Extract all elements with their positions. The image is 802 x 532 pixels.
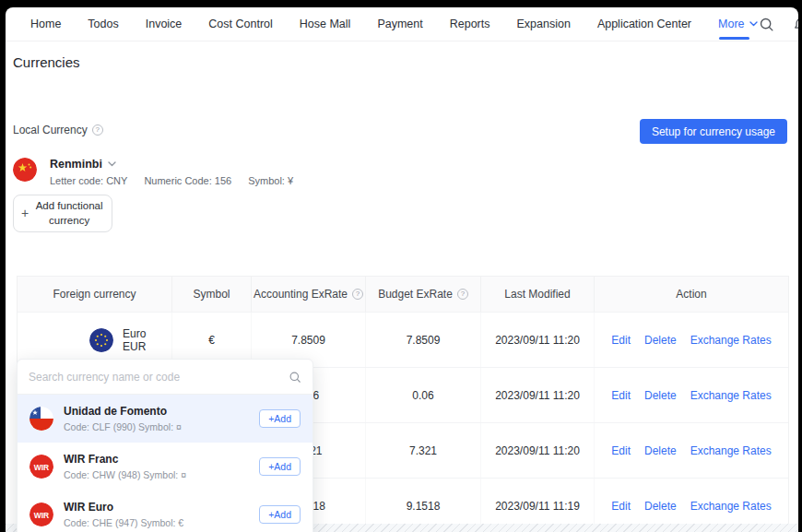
dropdown-item-detail: Code: CHE (947) Symbol: €: [64, 517, 183, 528]
budget-value: 0.06: [412, 389, 433, 402]
delete-link[interactable]: Delete: [644, 500, 677, 513]
delete-link[interactable]: Delete: [644, 444, 677, 457]
action-links: Edit Delete Exchange Rates: [611, 334, 771, 347]
nav-item-hose-mall[interactable]: Hose Mall: [300, 18, 351, 30]
edit-link[interactable]: Edit: [611, 389, 631, 402]
action-links: Edit Delete Exchange Rates: [611, 500, 771, 513]
wir-logo-icon: WIR: [29, 455, 53, 479]
local-currency-label-row: Local Currency ?: [13, 124, 103, 136]
currency-name: Euro EUR: [123, 327, 171, 353]
budget-value: 7.321: [409, 444, 437, 457]
budget-value: 7.8509: [407, 334, 441, 347]
nav-item-cost-control[interactable]: Cost Control: [208, 18, 272, 30]
dropdown-item-unidad-de-fomento[interactable]: Unidad de Fomento Code: CLF (990) Symbol…: [18, 395, 313, 443]
dropdown-item-detail: Code: CLF (990) Symbol: ¤: [64, 421, 182, 432]
currency-search-dropdown: Unidad de Fomento Code: CLF (990) Symbol…: [17, 359, 313, 532]
nav-item-more-label: More: [718, 18, 744, 30]
local-currency-help-icon[interactable]: ?: [92, 124, 103, 136]
nav-item-todos[interactable]: Todos: [88, 18, 118, 30]
cell-action: Edit Delete Exchange Rates: [595, 313, 788, 367]
accounting-exrate-help-icon[interactable]: ?: [352, 289, 363, 300]
add-currency-button[interactable]: +Add: [259, 409, 301, 428]
header-label: Foreign currency: [53, 288, 136, 301]
currency-search-input[interactable]: [29, 371, 289, 384]
dropdown-item-text: Unidad de Fomento Code: CLF (990) Symbol…: [64, 405, 182, 432]
dropdown-item-name: WIR Franc: [64, 453, 186, 466]
header-label: Action: [676, 288, 706, 301]
nav-item-invoice[interactable]: Invoice: [146, 18, 183, 30]
nav-items: Home Todos Invoice Cost Control Hose Mal…: [30, 18, 758, 30]
local-currency-info: Renminbi Letter code: CNY Numeric Code: …: [50, 158, 293, 186]
dropdown-item-wir-euro[interactable]: WIR WIR Euro Code: CHE (947) Symbol: € +…: [18, 491, 313, 532]
nav-item-reports[interactable]: Reports: [450, 18, 490, 30]
add-currency-button[interactable]: +Add: [259, 457, 301, 476]
symbol-value: €: [208, 334, 215, 347]
budget-value: 9.1518: [407, 500, 441, 513]
nav-item-application-center[interactable]: Application Center: [597, 18, 691, 30]
table-header-row: Foreign currency Symbol Accounting ExRat…: [18, 277, 788, 312]
delete-link[interactable]: Delete: [644, 334, 677, 347]
nav-item-payment[interactable]: Payment: [377, 18, 422, 30]
header-label: Symbol: [193, 288, 230, 301]
action-links: Edit Delete Exchange Rates: [611, 444, 771, 457]
nav-item-more[interactable]: More: [718, 18, 757, 30]
header-action: Action: [595, 277, 788, 312]
exchange-rates-link[interactable]: Exchange Rates: [690, 444, 772, 457]
page-title: Currencies: [13, 54, 80, 70]
header-last-modified: Last Modified: [481, 277, 595, 312]
header-accounting-exrate: Accounting ExRate?: [252, 277, 366, 312]
page-content: Currencies Local Currency ? Setup for cu…: [6, 41, 798, 532]
edit-link[interactable]: Edit: [611, 500, 631, 513]
add-currency-button[interactable]: +Add: [259, 505, 301, 524]
svg-text:WIR: WIR: [34, 463, 50, 472]
dropdown-search-row: [18, 360, 313, 395]
add-functional-currency-button[interactable]: + Add functional currency: [13, 195, 112, 232]
add-functional-currency-label: Add functional currency: [34, 199, 104, 228]
header-label: Accounting ExRate: [254, 288, 348, 301]
exchange-rates-link[interactable]: Exchange Rates: [690, 500, 772, 513]
header-label: Budget ExRate: [378, 288, 453, 301]
notifications-bell-icon[interactable]: 16: [792, 15, 798, 33]
search-icon[interactable]: [758, 15, 776, 33]
header-label: Last Modified: [504, 288, 570, 301]
modified-value: 2023/09/11 11:20: [495, 334, 580, 347]
china-flag-icon: [13, 158, 37, 182]
delete-link[interactable]: Delete: [644, 389, 677, 402]
app-window: Home Todos Invoice Cost Control Hose Mal…: [6, 7, 798, 532]
eu-flag-icon: [89, 328, 113, 352]
modified-value: 2023/09/11 11:19: [495, 500, 580, 513]
accounting-value: 7.8509: [291, 334, 325, 347]
setup-currency-usage-button[interactable]: Setup for currency usage: [640, 119, 787, 144]
modified-value: 2023/09/11 11:20: [495, 444, 580, 457]
numeric-code: Numeric Code: 156: [144, 175, 231, 186]
dropdown-item-text: WIR Euro Code: CHE (947) Symbol: €: [64, 501, 183, 528]
currency-symbol: Symbol: ¥: [248, 175, 293, 186]
dropdown-item-name: Unidad de Fomento: [64, 405, 182, 418]
nav-item-home[interactable]: Home: [30, 18, 61, 30]
local-currency-label: Local Currency: [13, 124, 88, 136]
nav-icons: 16 ···: [758, 15, 798, 34]
cell-action: Edit Delete Exchange Rates: [595, 423, 788, 478]
plus-icon: +: [21, 205, 29, 222]
edit-link[interactable]: Edit: [611, 334, 631, 347]
local-currency-name: Renminbi: [50, 158, 102, 171]
edit-link[interactable]: Edit: [611, 444, 631, 457]
exchange-rates-link[interactable]: Exchange Rates: [690, 334, 772, 347]
local-currency-name-row[interactable]: Renminbi: [50, 158, 293, 171]
cell-action: Edit Delete Exchange Rates: [595, 368, 788, 422]
cell-last-modified: 2023/09/11 11:20: [481, 313, 595, 367]
nav-item-expansion[interactable]: Expansion: [517, 18, 571, 30]
chile-flag-icon: [29, 407, 53, 431]
letter-code: Letter code: CNY: [50, 175, 127, 186]
header-foreign-currency: Foreign currency: [18, 277, 172, 312]
budget-exrate-help-icon[interactable]: ?: [457, 289, 468, 300]
cell-budget-exrate: 7.321: [366, 423, 481, 478]
cell-budget-exrate: 0.06: [366, 368, 481, 422]
search-icon: [289, 371, 301, 384]
exchange-rates-link[interactable]: Exchange Rates: [690, 389, 772, 402]
dropdown-item-wir-franc[interactable]: WIR WIR Franc Code: CHW (948) Symbol: ¤ …: [18, 443, 313, 491]
header-symbol: Symbol: [172, 277, 252, 312]
dropdown-item-detail: Code: CHW (948) Symbol: ¤: [64, 469, 186, 480]
wir-logo-icon: WIR: [29, 502, 53, 526]
cell-last-modified: 2023/09/11 11:20: [481, 368, 595, 422]
